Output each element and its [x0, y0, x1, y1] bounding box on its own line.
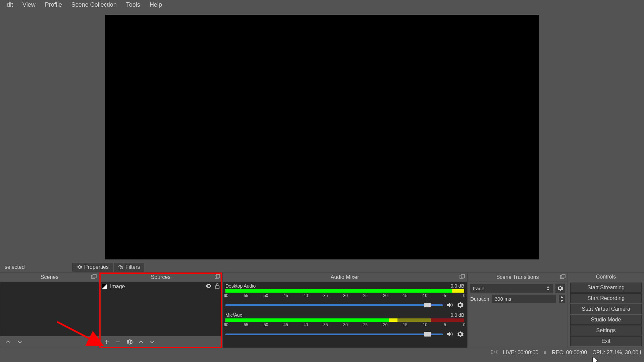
svg-marker-18 [547, 286, 549, 288]
controls-title-label: Controls [596, 274, 616, 280]
transition-duration-input[interactable]: 300 ms [492, 295, 556, 303]
popout-icon[interactable] [91, 274, 97, 280]
meter-tick: -50 [262, 322, 268, 327]
scene-transitions-title-label: Scene Transitions [496, 274, 539, 280]
meter-tick: 0 [463, 293, 466, 298]
remove-source-button[interactable] [113, 337, 123, 347]
lock-toggle[interactable] [215, 283, 220, 290]
volume-slider[interactable] [225, 304, 443, 306]
scene-transitions-title: Scene Transitions [468, 273, 568, 282]
meter-tick: -20 [382, 322, 387, 327]
sources-list[interactable]: Image [99, 282, 222, 336]
meter-ticks: -60-55-50-45-40-35-30-25-20-15-10-50 [225, 293, 464, 299]
source-settings-button[interactable] [125, 337, 134, 347]
meter-tick: -20 [382, 293, 387, 298]
mute-button[interactable] [445, 301, 453, 309]
start-recording-button[interactable]: Start Recording [570, 293, 642, 303]
preview-canvas[interactable] [105, 15, 539, 259]
transition-type-select[interactable]: Fade [470, 284, 553, 293]
source-move-down-button[interactable] [148, 337, 157, 347]
image-source-icon [101, 284, 107, 290]
broadcast-icon [491, 350, 497, 356]
spinner-up[interactable] [559, 295, 565, 299]
chevron-down-icon [560, 300, 564, 302]
channel-settings-button[interactable] [456, 330, 464, 338]
popout-icon[interactable] [560, 274, 566, 280]
popout-icon[interactable] [460, 274, 465, 280]
volume-slider[interactable] [225, 334, 443, 335]
preview-area [0, 9, 644, 262]
lock-open-icon [215, 283, 220, 289]
gear-icon [557, 285, 564, 292]
source-item[interactable]: Image [99, 282, 222, 291]
meter-tick: -35 [322, 322, 328, 327]
meter-level [225, 318, 397, 322]
duration-label: Duration [470, 296, 489, 302]
meter-tick: -50 [262, 293, 268, 298]
scene-transitions-panel: Scene Transitions Fade Duration 300 ms [467, 272, 568, 348]
start-streaming-button[interactable]: Start Streaming [570, 283, 642, 293]
channel-db: 0.0 dB [451, 283, 464, 289]
gear-icon [77, 264, 82, 270]
minus-icon [115, 339, 121, 345]
add-source-button[interactable] [102, 337, 111, 347]
status-live: LIVE: 00:00:00 [503, 350, 538, 356]
scene-transitions-body: Fade Duration 300 ms [468, 282, 568, 348]
scenes-panel: Scenes [0, 272, 99, 348]
speaker-icon [446, 330, 453, 338]
meter-tick: -45 [282, 322, 288, 327]
duration-spinner[interactable] [559, 295, 565, 303]
chevron-down-icon [149, 339, 155, 345]
menu-edit[interactable]: dit [2, 0, 18, 10]
svg-rect-5 [216, 275, 220, 278]
meter-tick: 0 [463, 322, 466, 327]
scene-move-down-button[interactable] [15, 337, 24, 347]
source-move-up-button[interactable] [136, 337, 146, 347]
meter-tick: -5 [442, 293, 446, 298]
svg-rect-3 [93, 275, 96, 278]
filters-icon [118, 264, 123, 270]
visibility-toggle[interactable] [205, 283, 212, 290]
chevron-down-icon [17, 339, 23, 345]
selection-status: selected [1, 264, 72, 270]
eye-icon [205, 283, 212, 289]
gear-icon [126, 339, 132, 345]
select-spinner-icon [546, 286, 550, 291]
scenes-toolbar [0, 336, 99, 348]
meter-tick: -60 [223, 293, 228, 298]
mute-button[interactable] [445, 330, 453, 338]
svg-marker-19 [547, 289, 549, 290]
scene-move-up-button[interactable] [3, 337, 12, 347]
status-cpu: CPU: 27.1%, 30.00 f [592, 350, 641, 356]
scenes-list[interactable] [0, 282, 99, 336]
menu-view[interactable]: View [18, 0, 40, 10]
svg-point-22 [494, 351, 495, 353]
scenes-title: Scenes [0, 273, 99, 282]
meter-tick: -60 [223, 322, 228, 327]
menu-scene-collection[interactable]: Scene Collection [67, 0, 121, 10]
properties-button[interactable]: Properties [72, 263, 113, 272]
menu-tools[interactable]: Tools [121, 0, 145, 10]
dock-row: Scenes Sources Image [0, 272, 644, 348]
transition-settings-button[interactable] [555, 284, 565, 293]
filters-button[interactable]: Filters [114, 263, 145, 272]
popout-icon[interactable] [215, 274, 220, 280]
meter-tick: -35 [322, 293, 328, 298]
chevron-up-icon [138, 339, 144, 345]
chevron-up-icon [5, 339, 11, 345]
spinner-down[interactable] [559, 299, 565, 303]
gear-icon [457, 301, 464, 309]
volume-slider-thumb[interactable] [424, 303, 431, 307]
menu-help[interactable]: Help [145, 0, 167, 10]
channel-settings-button[interactable] [456, 301, 464, 309]
gear-icon [457, 330, 464, 338]
settings-button[interactable]: Settings [570, 325, 642, 336]
svg-rect-8 [216, 286, 219, 289]
exit-button[interactable]: Exit [570, 336, 642, 346]
volume-slider-thumb[interactable] [424, 332, 431, 337]
start-virtual-camera-button[interactable]: Start Virtual Camera [570, 304, 642, 314]
menu-profile[interactable]: Profile [40, 0, 67, 10]
studio-mode-button[interactable]: Studio Mode [570, 315, 642, 325]
plus-icon [104, 339, 110, 345]
svg-marker-21 [560, 300, 563, 302]
